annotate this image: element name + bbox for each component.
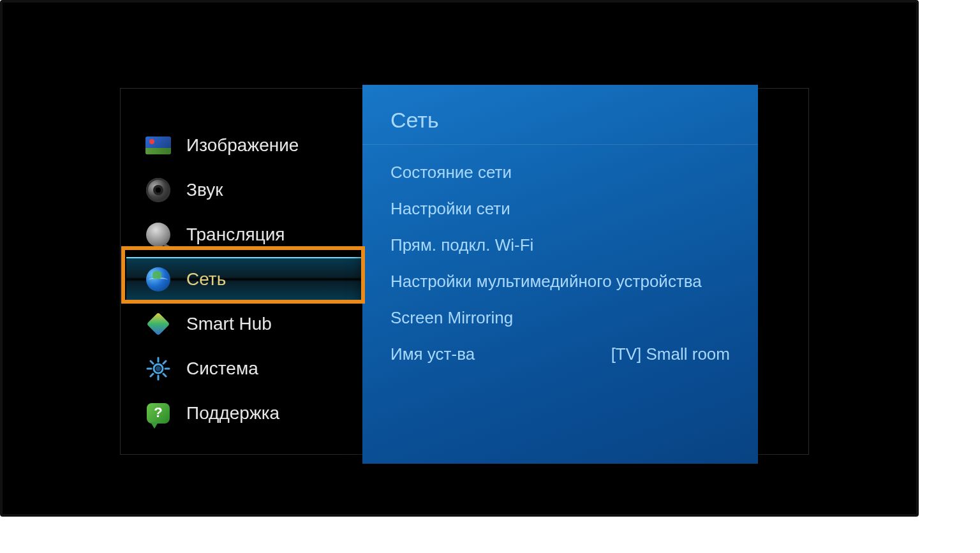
sidebar-item-smarthub[interactable]: Smart Hub bbox=[126, 302, 362, 346]
detail-item-multimedia-device[interactable]: Настройки мультимедийного устройства bbox=[390, 272, 730, 291]
detail-item-label: Состояние сети bbox=[390, 163, 512, 182]
detail-list: Состояние сети Настройки сети Прям. подк… bbox=[362, 145, 758, 364]
detail-panel-network: Сеть Состояние сети Настройки сети Прям.… bbox=[362, 85, 758, 464]
detail-item-value: [TV] Small room bbox=[611, 344, 730, 364]
sidebar-item-picture[interactable]: Изображение bbox=[126, 123, 362, 168]
sidebar-item-system[interactable]: Система bbox=[126, 346, 362, 391]
detail-item-network-settings[interactable]: Настройки сети bbox=[390, 199, 730, 219]
detail-item-label: Прям. подкл. Wi-Fi bbox=[390, 235, 533, 255]
settings-sidebar: Изображение Звук Трансляция Сеть Smart H… bbox=[126, 123, 362, 436]
picture-icon bbox=[145, 133, 171, 158]
detail-item-label: Настройки сети bbox=[390, 199, 510, 219]
sidebar-item-network[interactable]: Сеть bbox=[126, 257, 362, 302]
sound-icon bbox=[145, 177, 171, 203]
system-icon bbox=[145, 356, 171, 381]
sidebar-item-label: Smart Hub bbox=[186, 314, 272, 334]
svg-point-1 bbox=[156, 366, 161, 371]
tv-screen: Изображение Звук Трансляция Сеть Smart H… bbox=[18, 18, 901, 499]
sidebar-item-label: Трансляция bbox=[186, 225, 285, 245]
detail-item-wifi-direct[interactable]: Прям. подкл. Wi-Fi bbox=[390, 235, 730, 255]
detail-item-screen-mirroring[interactable]: Screen Mirroring bbox=[390, 308, 730, 328]
detail-item-label: Настройки мультимедийного устройства bbox=[390, 272, 702, 291]
detail-item-network-status[interactable]: Состояние сети bbox=[390, 163, 730, 182]
sidebar-item-label: Звук bbox=[186, 180, 223, 200]
detail-item-device-name[interactable]: Имя уст-ва [TV] Small room bbox=[390, 344, 730, 364]
tv-frame: Изображение Звук Трансляция Сеть Smart H… bbox=[0, 0, 919, 517]
smarthub-icon bbox=[145, 311, 171, 337]
support-icon bbox=[145, 401, 171, 426]
sidebar-item-broadcast[interactable]: Трансляция bbox=[126, 212, 362, 257]
detail-panel-title: Сеть bbox=[362, 85, 758, 133]
sidebar-item-sound[interactable]: Звук bbox=[126, 168, 362, 212]
sidebar-item-support[interactable]: Поддержка bbox=[126, 391, 362, 436]
sidebar-item-label: Сеть bbox=[186, 269, 226, 290]
sidebar-item-label: Система bbox=[186, 358, 258, 379]
detail-item-label: Screen Mirroring bbox=[390, 308, 513, 328]
sidebar-item-label: Изображение bbox=[186, 135, 299, 156]
broadcast-icon bbox=[145, 222, 171, 247]
sidebar-item-label: Поддержка bbox=[186, 403, 279, 424]
detail-item-label: Имя уст-ва bbox=[390, 344, 475, 364]
network-icon bbox=[145, 267, 171, 292]
